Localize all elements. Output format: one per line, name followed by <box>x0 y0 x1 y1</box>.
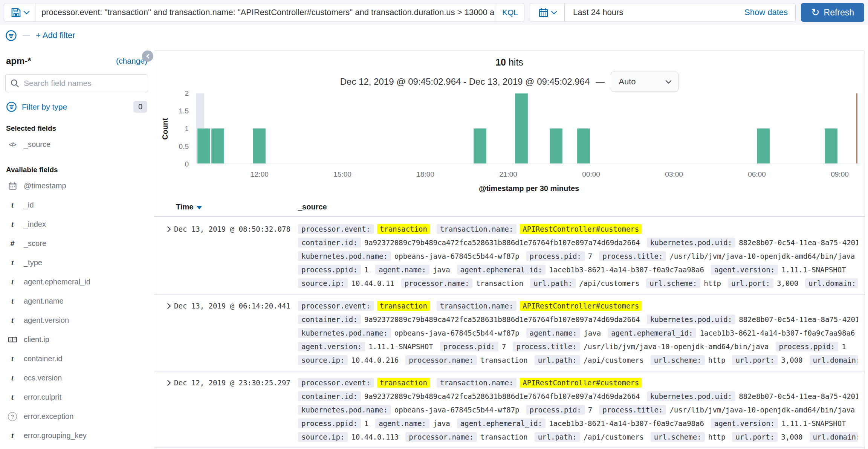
x-tick-label: 06:00 <box>748 170 766 179</box>
time-range-value[interactable]: Last 24 hours <box>573 8 623 17</box>
field-item-error.grouping_key[interactable]: terror.grouping_key <box>5 426 148 445</box>
column-header-time[interactable]: Time <box>176 203 202 211</box>
discover-results-panel: 10 hits Dec 12, 2019 @ 09:45:02.964 - De… <box>154 50 865 449</box>
x-axis-title: @timestamp per 30 minutes <box>197 184 860 193</box>
source-line: processor.event:transactiontransaction.n… <box>298 376 858 389</box>
expand-row-button[interactable] <box>154 222 174 290</box>
field-value: http <box>704 279 721 287</box>
field-item-error.culprit[interactable]: terror.culprit <box>5 388 148 407</box>
collapse-sidebar-button[interactable] <box>142 50 153 62</box>
query-bar: processor.event: "transaction" and trans… <box>0 0 868 25</box>
field-item-client.ip[interactable]: client.ip <box>5 330 148 349</box>
field-key-badge: url.path: <box>530 278 576 288</box>
highlighted-field-value: APIRestController#customers <box>520 301 642 311</box>
field-key-badge: url.path: <box>535 432 580 442</box>
show-dates-link[interactable]: Show dates <box>744 8 788 17</box>
refresh-button[interactable]: ↻ Refresh <box>801 3 864 22</box>
field-item-ecs.version[interactable]: tecs.version <box>5 368 148 388</box>
histogram-bar[interactable] <box>474 128 486 163</box>
field-item-error.exception[interactable]: ?error.exception <box>5 407 148 426</box>
field-item-container.id[interactable]: tcontainer.id <box>5 349 148 368</box>
field-key-badge: kubernetes.pod.uid: <box>647 238 735 247</box>
string-type-icon: t <box>7 316 18 325</box>
source-line: source.ip:10.44.0.216processor.name:tran… <box>298 353 858 367</box>
histogram-bar[interactable] <box>515 93 528 163</box>
x-tick-label: 12:00 <box>251 170 269 179</box>
histogram-bar[interactable] <box>253 128 266 163</box>
y-tick-label: 0.5 <box>179 142 189 151</box>
hits-label: hits <box>509 57 523 67</box>
highlighted-field-value: transaction <box>377 301 430 311</box>
field-key-badge: kubernetes.pod.uid: <box>647 391 735 401</box>
field-item-_type[interactable]: t_type <box>5 253 148 272</box>
source-line: process.ppid:1agent.name:javaagent.ephem… <box>298 417 858 430</box>
add-filter-link[interactable]: + Add filter <box>36 31 75 40</box>
y-tick-label: 1 <box>185 125 189 133</box>
column-header-source: _source <box>298 203 327 211</box>
field-item-_score[interactable]: #_score <box>5 234 148 253</box>
table-row: Dec 13, 2019 @ 08:50:32.078processor.eve… <box>154 218 865 295</box>
field-item-_index[interactable]: t_index <box>5 215 148 234</box>
expand-row-button[interactable] <box>154 299 174 367</box>
field-item-_source[interactable]: </>_source <box>5 135 148 154</box>
field-name-label: error.culprit <box>24 393 61 402</box>
index-pattern-name: apm-* <box>6 56 31 66</box>
field-value: java <box>433 419 450 428</box>
field-value: opbeans-java-67845c5b44-wf87p <box>394 406 520 414</box>
field-search-input[interactable]: Search field names <box>5 74 148 92</box>
field-value: 882e8b07-0c54-11ea-8a75-42010af00186 <box>739 238 858 247</box>
row-source-cell: processor.event:transactiontransaction.n… <box>298 376 865 444</box>
histogram-bar[interactable] <box>825 128 837 163</box>
field-value: 1 <box>364 266 368 274</box>
unknown-type-icon: ? <box>7 412 18 421</box>
field-value: java <box>433 266 450 274</box>
histogram-plot[interactable] <box>197 93 860 164</box>
filter-icon[interactable] <box>5 30 17 41</box>
field-key-badge: url.domain: <box>810 355 858 365</box>
field-key-badge: url.scheme: <box>651 355 705 365</box>
field-value: 3,000 <box>781 433 802 441</box>
refresh-label: Refresh <box>824 8 854 18</box>
source-line: processor.event:transactiontransaction.n… <box>298 299 858 313</box>
chevron-down-icon <box>23 9 29 15</box>
field-key-badge: processor.name: <box>401 278 473 288</box>
field-key-badge: agent.version: <box>298 342 365 351</box>
field-key-badge: agent.ephemeral_id: <box>608 328 696 338</box>
field-item-agent.ephemeral_id[interactable]: tagent.ephemeral_id <box>5 272 148 292</box>
filter-by-type-link[interactable]: Filter by type <box>22 102 67 111</box>
date-picker: Last 24 hours Show dates <box>530 3 796 22</box>
interval-select[interactable]: Auto <box>611 72 679 92</box>
row-source-cell: processor.event:transactiontransaction.n… <box>298 299 865 367</box>
source-line: processor.event:transactiontransaction.n… <box>298 222 858 236</box>
histogram-bar[interactable] <box>577 128 590 163</box>
field-item-agent.version[interactable]: tagent.version <box>5 311 148 330</box>
field-key-badge: url.port: <box>732 432 778 442</box>
field-search-placeholder: Search field names <box>24 79 92 88</box>
field-item-error.id[interactable]: terror.id <box>5 445 148 449</box>
source-line: source.ip:10.44.0.11processor.name:trans… <box>298 276 858 290</box>
histogram-bar[interactable] <box>757 128 770 163</box>
refresh-icon: ↻ <box>811 8 820 18</box>
query-input[interactable]: processor.event: "transaction" and trans… <box>35 3 524 22</box>
field-value: /api/customers <box>579 279 639 287</box>
field-value: transaction <box>480 356 528 364</box>
field-value: 7 <box>588 252 592 260</box>
histogram-bar[interactable] <box>550 128 562 163</box>
field-value: 10.44.0.11 <box>351 279 394 287</box>
query-language-badge[interactable]: KQL <box>496 3 524 21</box>
field-item-@timestamp[interactable]: @timestamp <box>5 176 148 195</box>
query-text: processor.event: "transaction" and trans… <box>41 8 496 17</box>
field-value: 10.44.0.113 <box>351 433 399 441</box>
available-fields-heading: Available fields <box>5 166 148 174</box>
row-source-cell: processor.event:transactiontransaction.n… <box>298 222 865 290</box>
histogram-bar[interactable] <box>197 128 210 163</box>
field-value: 1aceb1b3-8621-4a14-b307-f0a9c7aa98a6 <box>549 266 704 274</box>
current-time-marker <box>856 93 857 163</box>
string-type-icon: t <box>7 200 18 210</box>
field-item-_id[interactable]: t_id <box>5 195 148 215</box>
calendar-button[interactable] <box>530 3 565 21</box>
expand-row-button[interactable] <box>154 376 174 444</box>
histogram-bar[interactable] <box>211 128 224 163</box>
saved-query-button[interactable] <box>4 3 35 22</box>
field-item-agent.name[interactable]: tagent.name <box>5 292 148 311</box>
